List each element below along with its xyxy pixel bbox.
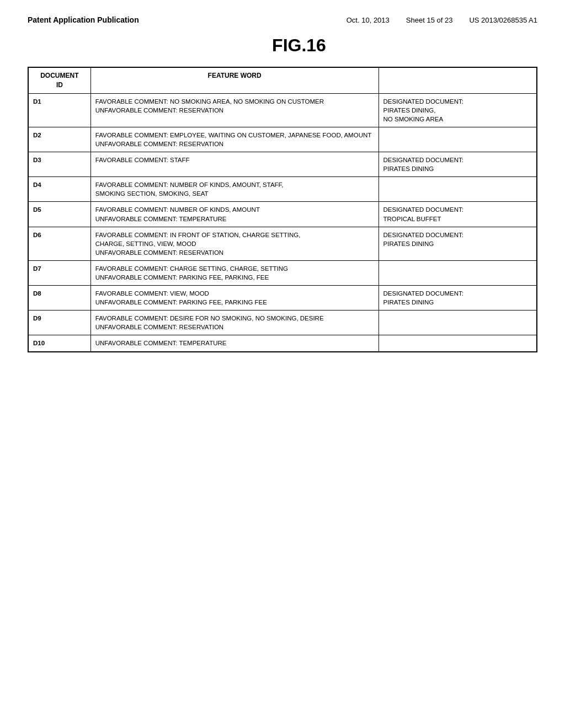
cell-designated-document: DESIGNATED DOCUMENT:PIRATES DINING,NO SM…	[379, 93, 537, 127]
cell-designated-document: DESIGNATED DOCUMENT:PIRATES DINING	[379, 152, 537, 177]
header-meta: Oct. 10, 2013 Sheet 15 of 23 US 2013/026…	[347, 16, 537, 24]
cell-designated-document: DESIGNATED DOCUMENT:PIRATES DINING	[379, 227, 537, 260]
data-table: DOCUMENTID FEATURE WORD D1FAVORABLE COMM…	[28, 67, 537, 352]
table-row: D8FAVORABLE COMMENT: VIEW, MOODUNFAVORAB…	[28, 286, 537, 311]
cell-feature-word: UNFAVORABLE COMMENT: TEMPERATURE	[90, 335, 379, 352]
publication-date: Oct. 10, 2013	[347, 16, 390, 24]
cell-feature-word: FAVORABLE COMMENT: DESIRE FOR NO SMOKING…	[90, 311, 379, 335]
cell-doc-id: D9	[28, 311, 90, 335]
table-row: D2FAVORABLE COMMENT: EMPLOYEE, WAITING O…	[28, 127, 537, 152]
cell-feature-word: FAVORABLE COMMENT: IN FRONT OF STATION, …	[90, 227, 379, 260]
cell-designated-document	[379, 335, 537, 352]
cell-feature-word: FAVORABLE COMMENT: NUMBER OF KINDS, AMOU…	[90, 202, 379, 227]
cell-designated-document: DESIGNATED DOCUMENT:PIRATES DINING	[379, 286, 537, 311]
cell-feature-word: FAVORABLE COMMENT: STAFF	[90, 152, 379, 177]
cell-doc-id: D8	[28, 286, 90, 311]
table-row: D9FAVORABLE COMMENT: DESIRE FOR NO SMOKI…	[28, 311, 537, 335]
table-row: D5FAVORABLE COMMENT: NUMBER OF KINDS, AM…	[28, 202, 537, 227]
cell-doc-id: D7	[28, 260, 90, 285]
cell-designated-document: DESIGNATED DOCUMENT:TROPICAL BUFFET	[379, 202, 537, 227]
page-header: Patent Application Publication Oct. 10, …	[0, 0, 565, 30]
cell-doc-id: D10	[28, 335, 90, 352]
table-row: D7FAVORABLE COMMENT: CHARGE SETTING, CHA…	[28, 260, 537, 285]
patent-number: US 2013/0268535 A1	[469, 16, 537, 24]
publication-label: Patent Application Publication	[28, 15, 139, 24]
table-row: D4FAVORABLE COMMENT: NUMBER OF KINDS, AM…	[28, 177, 537, 202]
cell-feature-word: FAVORABLE COMMENT: NO SMOKING AREA, NO S…	[90, 93, 379, 127]
cell-designated-document	[379, 311, 537, 335]
cell-designated-document	[379, 127, 537, 152]
figure-title: FIG.16	[0, 35, 565, 56]
cell-feature-word: FAVORABLE COMMENT: VIEW, MOODUNFAVORABLE…	[90, 286, 379, 311]
sheet-info: Sheet 15 of 23	[406, 16, 453, 24]
cell-feature-word: FAVORABLE COMMENT: NUMBER OF KINDS, AMOU…	[90, 177, 379, 202]
table-row: D6FAVORABLE COMMENT: IN FRONT OF STATION…	[28, 227, 537, 260]
cell-doc-id: D6	[28, 227, 90, 260]
col-header-feature: FEATURE WORD	[90, 67, 379, 93]
cell-designated-document	[379, 260, 537, 285]
table-row: D10UNFAVORABLE COMMENT: TEMPERATURE	[28, 335, 537, 352]
table-row: D3FAVORABLE COMMENT: STAFFDESIGNATED DOC…	[28, 152, 537, 177]
cell-designated-document	[379, 177, 537, 202]
table-row: D1FAVORABLE COMMENT: NO SMOKING AREA, NO…	[28, 93, 537, 127]
cell-doc-id: D5	[28, 202, 90, 227]
table-header-row: DOCUMENTID FEATURE WORD	[28, 67, 537, 93]
cell-doc-id: D4	[28, 177, 90, 202]
cell-doc-id: D1	[28, 93, 90, 127]
cell-doc-id: D3	[28, 152, 90, 177]
cell-feature-word: FAVORABLE COMMENT: EMPLOYEE, WAITING ON …	[90, 127, 379, 152]
col-header-doc-id: DOCUMENTID	[28, 67, 90, 93]
main-content: DOCUMENTID FEATURE WORD D1FAVORABLE COMM…	[0, 67, 565, 363]
cell-doc-id: D2	[28, 127, 90, 152]
col-header-designated	[379, 67, 537, 93]
cell-feature-word: FAVORABLE COMMENT: CHARGE SETTING, CHARG…	[90, 260, 379, 285]
